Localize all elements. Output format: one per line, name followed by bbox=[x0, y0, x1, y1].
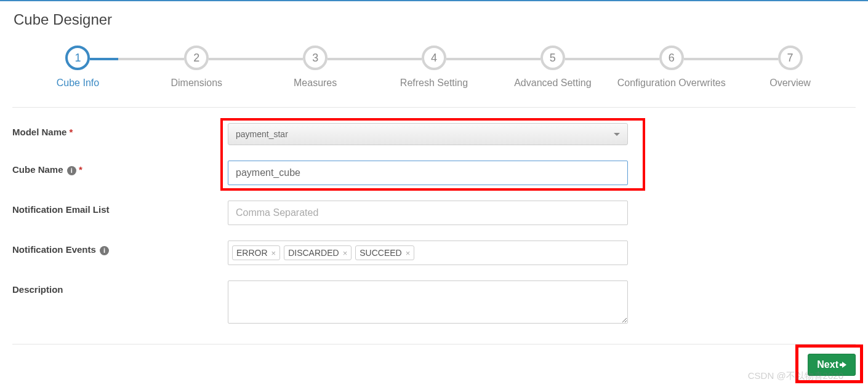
step-cube-info[interactable]: 1 Cube Info bbox=[18, 46, 137, 89]
step-measures[interactable]: 3 Measures bbox=[256, 46, 375, 89]
close-icon[interactable]: × bbox=[406, 249, 411, 258]
row-email-list: Notification Email List bbox=[12, 201, 856, 225]
step-circle: 4 bbox=[422, 46, 446, 70]
select-value: payment_star bbox=[236, 129, 288, 139]
required-asterisk: * bbox=[70, 127, 73, 137]
step-connector bbox=[209, 58, 303, 60]
step-label: Refresh Setting bbox=[375, 78, 494, 89]
label-text: Cube Name bbox=[12, 164, 63, 175]
label-description: Description bbox=[12, 281, 228, 295]
step-dimensions[interactable]: 2 Dimensions bbox=[137, 46, 256, 89]
page-title: Cube Designer bbox=[0, 1, 868, 39]
step-configuration-overwrites[interactable]: 6 Configuration Overwrites bbox=[612, 46, 731, 89]
tag-label: DISCARDED bbox=[288, 248, 339, 258]
step-connector bbox=[328, 58, 422, 60]
close-icon[interactable]: × bbox=[271, 249, 276, 258]
info-icon[interactable]: i bbox=[100, 246, 109, 255]
chevron-down-icon bbox=[614, 133, 620, 136]
step-advanced-setting[interactable]: 5 Advanced Setting bbox=[493, 46, 612, 89]
step-overview[interactable]: 7 Overview bbox=[731, 46, 850, 89]
step-label: Dimensions bbox=[137, 78, 256, 89]
step-refresh-setting[interactable]: 4 Refresh Setting bbox=[375, 46, 494, 89]
step-circle: 5 bbox=[540, 46, 565, 70]
row-cube-name: Cube Name i * bbox=[12, 161, 856, 185]
tag-label: SUCCEED bbox=[360, 248, 401, 258]
required-asterisk: * bbox=[79, 164, 82, 175]
tag-label: ERROR bbox=[236, 248, 268, 258]
row-events: Notification Events i ERROR × DISCARDED … bbox=[12, 241, 856, 265]
tag-error: ERROR × bbox=[232, 245, 280, 260]
cube-name-input[interactable] bbox=[228, 161, 628, 185]
step-label: Configuration Overwrites bbox=[612, 78, 731, 89]
step-label: Overview bbox=[731, 78, 850, 89]
arrow-right-icon bbox=[842, 362, 846, 368]
wizard-footer: Next CSDN @不以物喜2020 bbox=[0, 354, 868, 388]
events-tags-input[interactable]: ERROR × DISCARDED × SUCCEED × bbox=[228, 241, 628, 265]
row-description: Description bbox=[12, 281, 856, 325]
model-name-select[interactable]: payment_star bbox=[228, 123, 628, 145]
step-label: Measures bbox=[256, 78, 375, 89]
wizard-stepper: 1 Cube Info 2 Dimensions 3 Measures 4 Re… bbox=[0, 39, 868, 107]
next-button[interactable]: Next bbox=[808, 354, 856, 376]
info-icon[interactable]: i bbox=[67, 166, 76, 175]
label-events: Notification Events i bbox=[12, 241, 228, 255]
divider bbox=[12, 344, 856, 344]
label-cube-name: Cube Name i * bbox=[12, 161, 228, 175]
close-icon[interactable]: × bbox=[343, 249, 348, 258]
cube-info-form: Model Name * payment_star Cube Name i * … bbox=[0, 123, 868, 325]
step-circle: 6 bbox=[659, 46, 684, 70]
step-connector bbox=[565, 58, 659, 60]
divider bbox=[12, 107, 856, 108]
step-connector bbox=[90, 58, 184, 60]
step-circle: 7 bbox=[778, 46, 803, 70]
step-connector bbox=[446, 58, 540, 60]
tag-succeed: SUCCEED × bbox=[355, 245, 414, 260]
email-list-input[interactable] bbox=[228, 201, 628, 225]
step-label: Cube Info bbox=[18, 78, 137, 89]
button-label: Next bbox=[817, 359, 838, 370]
label-model-name: Model Name * bbox=[12, 123, 228, 137]
row-model-name: Model Name * payment_star bbox=[12, 123, 856, 145]
step-circle: 2 bbox=[184, 46, 209, 70]
step-connector bbox=[684, 58, 778, 60]
tag-discarded: DISCARDED × bbox=[284, 245, 352, 260]
label-email-list: Notification Email List bbox=[12, 201, 228, 215]
label-text: Notification Events bbox=[12, 244, 96, 255]
label-text: Model Name bbox=[12, 127, 66, 137]
step-label: Advanced Setting bbox=[493, 78, 612, 89]
step-circle: 3 bbox=[303, 46, 328, 70]
description-textarea[interactable] bbox=[228, 281, 628, 324]
step-circle: 1 bbox=[65, 46, 90, 70]
